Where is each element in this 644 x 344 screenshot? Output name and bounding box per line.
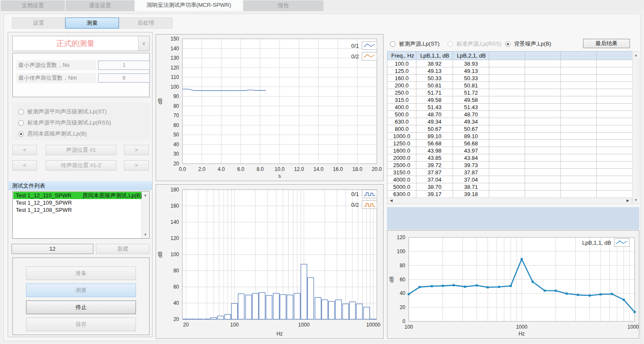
scroll-left-icon[interactable]: ◀ — [388, 198, 395, 204]
save-button[interactable]: 保存 — [26, 318, 136, 331]
mic-position-prev-button[interactable]: < — [12, 160, 37, 171]
svg-text:40: 40 — [173, 142, 179, 147]
table-row[interactable]: 6300.039.1739.18 — [387, 191, 632, 198]
subtab-postprocess[interactable]: 后处理 — [119, 17, 173, 29]
table-row[interactable]: 1250.056.6856.68 — [387, 140, 632, 147]
table-row[interactable]: 315.049.5849.58 — [387, 96, 632, 104]
svg-text:Hz: Hz — [277, 331, 283, 337]
subtab-settings[interactable]: 设置 — [12, 17, 65, 29]
tab-mcr-spwr[interactable]: 混响室法测试声功率(MCR-SPWR) — [135, 0, 243, 11]
file-list-scrollbar[interactable]: ▲ ▼ — [142, 192, 149, 238]
table-row[interactable]: 125.049.1349.13 — [387, 67, 632, 75]
table-row[interactable]: 1000.089.1089.10 — [387, 133, 632, 140]
table-cell — [597, 176, 632, 183]
table-cell: 37.87 — [416, 169, 453, 176]
legend-label: LpB,1,1, dB — [582, 240, 611, 246]
min-source-positions-field[interactable]: 1 — [98, 61, 150, 70]
result-radio-lp-rss[interactable]: 标准声源,Lp(RSS) — [448, 40, 501, 48]
tab-document-settings[interactable]: 文档设置 — [1, 0, 65, 11]
new-file-button[interactable]: 新建 — [96, 244, 150, 254]
min-mic-positions-field[interactable]: 6 — [98, 73, 150, 83]
table-cell — [525, 154, 561, 162]
source-position-button[interactable]: 声源位置 #1 — [46, 145, 116, 155]
table-row[interactable]: 2000.043.8543.84 — [387, 154, 632, 162]
radio-icon[interactable] — [18, 120, 24, 126]
scroll-right-icon[interactable]: ▶ — [624, 198, 631, 204]
table-cell — [597, 169, 632, 176]
table-row[interactable]: 5000.038.7038.71 — [387, 183, 632, 191]
measurement-mode-value: 正式的测量 — [13, 36, 138, 51]
svg-text:2.0: 2.0 — [198, 166, 205, 172]
table-row[interactable]: 630.049.3449.34 — [387, 118, 632, 125]
table-cell — [561, 169, 597, 176]
table-row[interactable]: 1600.043.9843.97 — [387, 147, 632, 154]
table-cell: 43.98 — [416, 147, 453, 154]
legend-label: 0/1 — [351, 191, 359, 197]
table-row[interactable]: 4000.037.0437.04 — [387, 176, 632, 183]
table-cell — [561, 176, 597, 183]
source-position-next-button[interactable]: > — [124, 145, 149, 155]
file-list-item[interactable]: Test 1_12_108_SPWR — [13, 206, 142, 214]
table-row[interactable]: 160.050.3350.33 — [387, 75, 632, 82]
radio-lp-st[interactable]: 被测声源平均声压级测试,Lp(ST) — [18, 107, 107, 116]
mic-position-next-button[interactable]: > — [124, 160, 149, 171]
svg-text:80: 80 — [173, 103, 179, 109]
last-result-button[interactable]: 最后结果 — [583, 39, 630, 48]
radio-icon[interactable] — [18, 131, 24, 137]
radio-icon[interactable] — [390, 41, 396, 47]
table-cell — [597, 140, 632, 147]
measurement-mode-dropdown[interactable]: 正式的测量 ∨ — [12, 36, 150, 51]
table-row[interactable]: 200.050.8150.81 — [387, 82, 632, 89]
svg-text:1000: 1000 — [298, 322, 310, 328]
table-cell — [597, 104, 632, 111]
chevron-down-icon[interactable]: ∨ — [138, 36, 149, 51]
prepare-button[interactable]: 准备 — [26, 266, 136, 280]
svg-text:100: 100 — [230, 322, 239, 328]
table-row[interactable]: 800.050.6750.67 — [387, 125, 632, 133]
result-radio-lp-st[interactable]: 被测声源,Lp(ST) — [390, 40, 439, 48]
subtab-measure[interactable]: 测量 — [65, 17, 119, 29]
table-vertical-scrollbar[interactable]: ▲ ▼ — [632, 51, 639, 204]
table-row[interactable]: 500.048.7048.70 — [387, 111, 632, 118]
table-row[interactable]: 250.051.7151.72 — [387, 89, 632, 96]
result-radio-lp-b[interactable]: 背景噪声,Lp(B) — [505, 40, 551, 48]
table-cell — [561, 118, 597, 125]
scroll-up-icon[interactable]: ▲ — [632, 52, 639, 58]
radio-icon[interactable] — [18, 109, 24, 115]
table-row[interactable]: 100.038.9238.93 — [387, 60, 632, 67]
result-line-chart: 020406080100120100100010000dBHzLpB,1,1, … — [387, 230, 639, 339]
file-count-button[interactable]: 12 — [12, 244, 93, 254]
svg-text:140: 140 — [170, 46, 179, 52]
tab-channel-settings[interactable]: 通道设置 — [66, 0, 134, 11]
table-cell — [525, 104, 561, 111]
table-cell: 48.70 — [453, 111, 489, 118]
stop-button[interactable]: 停止 — [26, 301, 136, 314]
file-list-item[interactable]: Test 1_12_109_SPWR — [13, 199, 142, 206]
table-row[interactable]: 400.051.4351.43 — [387, 104, 632, 111]
radio-icon[interactable] — [505, 41, 511, 47]
table-cell: 48.70 — [416, 111, 453, 118]
table-row[interactable]: 3150.037.8737.87 — [387, 169, 632, 176]
result-radio-lp-rss-label: 标准声源,Lp(RSS) — [456, 40, 501, 48]
table-cell — [597, 154, 632, 162]
table-row[interactable]: 2500.039.7239.73 — [387, 162, 632, 169]
scroll-up-icon[interactable]: ▲ — [142, 192, 149, 198]
radio-lp-rss[interactable]: 标准声源平均声压级测试,Lp(RSS) — [18, 119, 111, 127]
mic-position-button[interactable]: 传声器位置 #1-2 — [46, 160, 116, 171]
source-position-prev-button[interactable]: < — [12, 145, 37, 155]
table-cell — [561, 82, 597, 89]
table-cell: 4000.0 — [387, 176, 416, 183]
svg-text:80: 80 — [400, 263, 406, 269]
svg-text:s: s — [278, 173, 281, 179]
file-list-item[interactable]: Test 1_12_110_SPWR房间本底噪声测试,Lp(B) — [13, 192, 142, 199]
table-cell: 49.34 — [416, 118, 453, 125]
scroll-down-icon[interactable]: ▼ — [142, 231, 149, 238]
measure-button[interactable]: 测量 — [26, 283, 136, 297]
scroll-down-icon[interactable]: ▼ — [632, 197, 639, 203]
radio-lp-b[interactable]: 房间本底噪声测试,Lp(B) — [18, 130, 87, 138]
tab-report[interactable]: 报告 — [243, 0, 323, 11]
table-horizontal-scrollbar[interactable]: ◀ ▶ — [387, 197, 632, 204]
radio-icon[interactable] — [448, 41, 453, 47]
table-cell — [489, 118, 525, 125]
radio-lp-rss-label: 标准声源平均声压级测试,Lp(RSS) — [27, 119, 111, 127]
